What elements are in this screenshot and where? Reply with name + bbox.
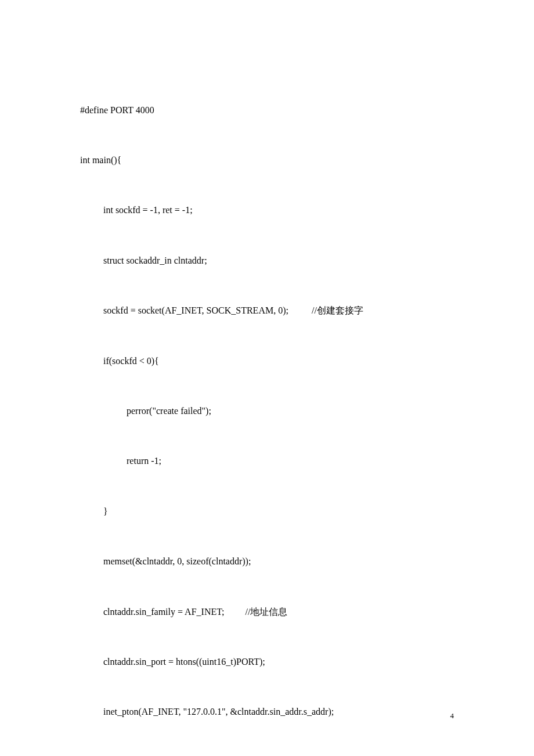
code-line: if(sockfd < 0){ <box>80 353 454 370</box>
document-content: #define PORT 4000 int main(){ int sockfd… <box>0 0 534 756</box>
code-line: return -1; <box>80 453 454 470</box>
code-line: clntaddr.sin_family = AF_INET; //地址信息 <box>80 604 454 621</box>
code-text: sockfd = socket(AF_INET, SOCK_STREAM, 0)… <box>103 305 288 315</box>
code-line: clntaddr.sin_port = htons((uint16_t)PORT… <box>80 654 454 671</box>
page-number: 4 <box>450 709 454 722</box>
code-line: inet_pton(AF_INET, "127.0.0.1", &clntadd… <box>80 704 454 721</box>
code-line: struct sockaddr_in clntaddr; <box>80 253 454 269</box>
code-block: #define PORT 4000 int main(){ int sockfd… <box>80 69 454 756</box>
code-line: int main(){ <box>80 152 454 169</box>
code-comment: //创建套接字 <box>312 305 363 315</box>
code-text: clntaddr.sin_family = AF_INET; <box>103 607 225 617</box>
code-line: memset(&clntaddr, 0, sizeof(clntaddr)); <box>80 553 454 570</box>
code-line: perror("create failed"); <box>80 403 454 420</box>
code-line: int sockfd = -1, ret = -1; <box>80 202 454 219</box>
code-comment: //地址信息 <box>246 607 288 617</box>
code-line: } <box>80 503 454 520</box>
code-line: sockfd = socket(AF_INET, SOCK_STREAM, 0)… <box>80 303 454 319</box>
code-line: #define PORT 4000 <box>80 102 454 119</box>
